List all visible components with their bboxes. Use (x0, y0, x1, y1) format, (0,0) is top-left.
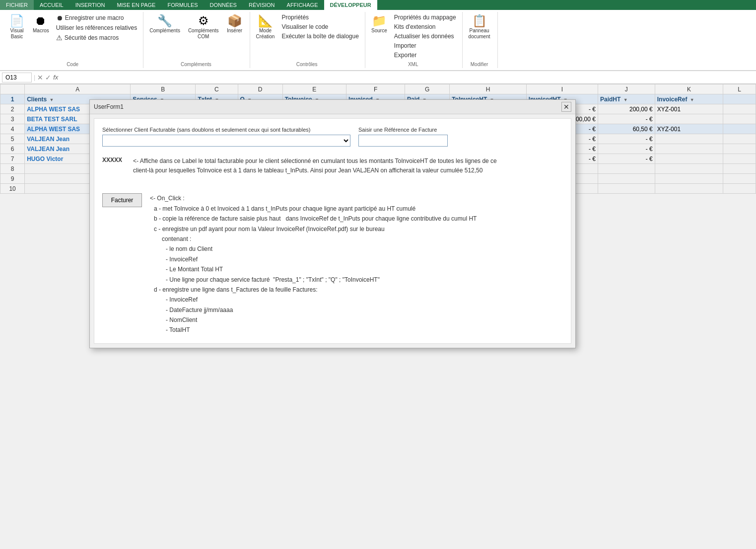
btn-panneau-document[interactable]: 📋 Panneaudocument (466, 13, 493, 42)
header-paidht[interactable]: PaidHT ▼ (598, 94, 655, 104)
btn-inserer[interactable]: 📦 Insérer (224, 13, 246, 36)
cell-k7 (655, 154, 723, 164)
row-num-2: 2 (0, 104, 25, 114)
formula-bar: O13 | ✕ ✓ fx (0, 71, 756, 84)
invoice-ref-input[interactable] (358, 135, 448, 147)
formula-fx-icon[interactable]: fx (53, 74, 58, 81)
tab-formules[interactable]: FORMULES (161, 0, 204, 10)
group-complements: 🔧 Compléments ⚙ ComplémentsCOM 📦 Insérer… (144, 12, 250, 68)
col-header-j[interactable]: J (598, 84, 655, 94)
ribbon-tabs: FICHIER ACCUEIL INSERTION MISE EN PAGE F… (0, 0, 756, 10)
row-num-7: 7 (0, 154, 25, 164)
modal-controls-row: Sélectionner Client Facturable (sans dou… (102, 127, 563, 147)
col-header-f[interactable]: F (346, 84, 405, 94)
cell-j7[interactable]: - € (598, 154, 655, 164)
userform-modal[interactable]: UserForm1 ✕ Sélectionner Client Facturab… (89, 99, 576, 194)
col-header-b[interactable]: B (131, 84, 196, 94)
cell-k6 (655, 144, 723, 154)
row-num-6: 6 (0, 144, 25, 154)
col-header-h[interactable]: H (450, 84, 527, 94)
modal-titlebar: UserForm1 ✕ (90, 100, 575, 114)
tab-mise-en-page[interactable]: MISE EN PAGE (111, 0, 161, 10)
header-invoiceref[interactable]: InvoiceRef ▼ (655, 94, 723, 104)
tab-accueil[interactable]: ACCUEIL (34, 0, 69, 10)
modal-description: <- Affiche dans ce Label le total factur… (133, 157, 497, 175)
formula-input[interactable] (60, 73, 754, 82)
btn-kits-extension[interactable]: Kits d'extension (392, 22, 458, 31)
col-header-g[interactable]: G (405, 84, 450, 94)
warning-icon: ⚠ (56, 34, 63, 42)
group-xml-label: XML (368, 60, 458, 67)
btn-visualiser-code[interactable]: Visualiser le code (279, 22, 360, 31)
col-header-k[interactable]: K (655, 84, 723, 94)
btn-mode-creation[interactable]: 📐 ModeCréation (253, 13, 278, 42)
source-icon: 📁 (372, 15, 387, 27)
btn-references-relatives[interactable]: Utiliser les références relatives (54, 23, 139, 32)
tab-donnees[interactable]: DONNÉES (204, 0, 243, 10)
tab-affichage[interactable]: AFFICHAGE (281, 0, 324, 10)
col-header-c[interactable]: C (196, 84, 238, 94)
dropdown-field: Sélectionner Client Facturable (sans dou… (102, 127, 350, 147)
group-modifier-label: Modifier (466, 60, 493, 67)
visual-basic-icon: 📄 (9, 15, 24, 27)
cell-reference[interactable]: O13 (2, 73, 32, 82)
btn-complements[interactable]: 🔧 Compléments (146, 13, 183, 36)
btn-source[interactable]: 📁 Source (368, 13, 390, 36)
clients-filter[interactable]: ▼ (50, 97, 54, 102)
cell-k2[interactable]: XYZ-001 (655, 104, 723, 114)
modal-body: Sélectionner Client Facturable (sans dou… (94, 118, 571, 194)
modal-title: UserForm1 (94, 103, 124, 110)
btn-executer-boite[interactable]: Exécuter la boîte de dialogue (279, 32, 360, 41)
cell-l3 (723, 114, 756, 124)
btn-importer[interactable]: Importer (392, 41, 458, 50)
tab-developpeur[interactable]: DÉVELOPPEUR (324, 0, 377, 10)
mode-creation-icon: 📐 (258, 15, 273, 27)
btn-proprietes[interactable]: Propriétés (279, 13, 360, 22)
cell-k3 (655, 114, 723, 124)
formula-confirm-icon[interactable]: ✓ (45, 74, 51, 81)
button-description: <- On_Click : a - met ToInvoice à 0 et I… (150, 193, 477, 194)
btn-exporter[interactable]: Exporter (392, 51, 458, 60)
btn-visual-basic[interactable]: 📄 VisualBasic (6, 13, 28, 42)
tab-revision[interactable]: RÉVISION (243, 0, 281, 10)
row-num-5: 5 (0, 134, 25, 144)
btn-macros[interactable]: ⏺ Macros (30, 13, 52, 36)
group-xml: 📁 Source Propriétés du mappage Kits d'ex… (366, 12, 463, 68)
btn-proprietes-mappage[interactable]: Propriétés du mappage (392, 13, 458, 22)
panneau-icon: 📋 (472, 15, 487, 27)
btn-complements-com[interactable]: ⚙ ComplémentsCOM (185, 13, 222, 42)
cell-j2[interactable]: 200,00 € (598, 104, 655, 114)
facturer-button[interactable]: Facturer (102, 193, 142, 194)
col-header-e[interactable]: E (282, 84, 346, 94)
group-code-label: Code (6, 60, 139, 67)
client-select[interactable] (102, 135, 350, 147)
cell-j3[interactable]: - € (598, 114, 655, 124)
cell-j6[interactable]: - € (598, 144, 655, 154)
cell-j4[interactable]: 60,50 € (598, 124, 655, 134)
group-complements-label: Compléments (146, 60, 245, 67)
modal-close-button[interactable]: ✕ (561, 102, 571, 112)
btn-securite-macros[interactable]: ⚠ Sécurité des macros (54, 33, 139, 43)
cell-j5[interactable]: - € (598, 134, 655, 144)
ribbon: FICHIER ACCUEIL INSERTION MISE EN PAGE F… (0, 0, 756, 71)
btn-actualiser-donnees[interactable]: Actualiser les données (392, 32, 458, 41)
cell-k5 (655, 134, 723, 144)
dropdown-label: Sélectionner Client Facturable (sans dou… (102, 127, 350, 133)
corner-cell (0, 84, 25, 94)
tab-insertion[interactable]: INSERTION (69, 0, 111, 10)
ribbon-content: 📄 VisualBasic ⏺ Macros ⏺ Enregistrer une… (0, 10, 756, 71)
input-label: Saisir une Référence de Facture (358, 127, 448, 133)
col-header-d[interactable]: D (238, 84, 282, 94)
col-header-a[interactable]: A (25, 84, 131, 94)
cell-k4[interactable]: XYZ-001 (655, 124, 723, 134)
group-modifier: 📋 Panneaudocument Modifier (464, 12, 498, 68)
modal-footer: Facturer <- On_Click : a - met ToInvoice… (102, 189, 563, 194)
formula-cancel-icon[interactable]: ✕ (37, 74, 43, 81)
col-header-l[interactable]: L (723, 84, 756, 94)
tab-fichier[interactable]: FICHIER (0, 0, 34, 10)
complements-icon: 🔧 (157, 15, 172, 27)
row-num-1: 1 (0, 94, 25, 104)
modal-info-row: XXXXX <- Affiche dans ce Label le total … (102, 153, 563, 179)
col-header-i[interactable]: I (526, 84, 598, 94)
btn-enregistrer-macro[interactable]: ⏺ Enregistrer une macro (54, 13, 139, 23)
